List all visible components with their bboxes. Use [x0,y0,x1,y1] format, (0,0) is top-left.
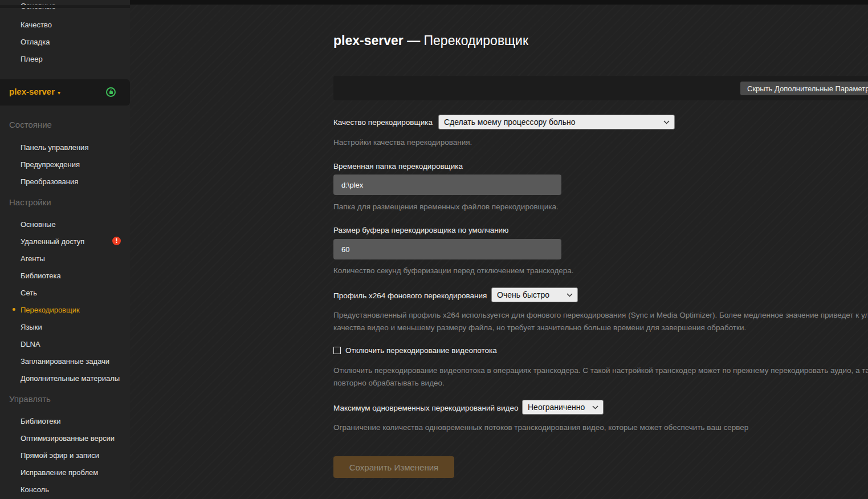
transcoder-quality-select[interactable]: Сделать моему процессору больно [438,115,675,129]
sidebar-item-general[interactable]: Основные [21,220,56,229]
disable-video-transcode-help: Отключить перекодирование видеопотока в … [333,364,868,390]
temp-folder-input[interactable] [333,175,561,195]
transcoder-quality-value: Сделать моему процессору больно [444,117,575,127]
x264-preset-help: Предустановленный профиль x264 используе… [333,309,868,334]
sidebar-item-conversions[interactable]: Преобразования [21,177,78,186]
sidebar-item-troubleshooting[interactable]: Исправление проблем [21,468,98,477]
settings-sidebar: Основные Качество Отладка Плеер plex-ser… [0,0,130,499]
sidebar-item-debug[interactable]: Отладка [21,38,50,46]
buffer-size-input[interactable] [333,239,561,259]
sidebar-item-dashboard[interactable]: Панель управления [21,143,88,152]
server-name-label: plex-server [9,87,55,96]
buffer-size-help: Количество секунд буферизации перед откл… [333,265,868,277]
page-title: plex-server — Перекодировщик [333,33,528,48]
sidebar-item-agents[interactable]: Агенты [21,254,45,263]
remote-access-alert-icon: ! [112,237,121,245]
buffer-size-label: Размер буфера перекодировщика по умолчан… [333,226,508,234]
temp-folder-label: Временная папка перекодировщика [333,162,463,171]
sidebar-item-languages[interactable]: Языки [21,323,42,331]
sidebar-item-library[interactable]: Библиотека [21,271,61,280]
transcoder-quality-help: Настройки качества перекодирования. [333,136,868,149]
sidebar-item-libraries[interactable]: Библиотеки [21,417,60,425]
transcoder-quality-label: Качество перекодировщика [333,118,433,127]
hide-advanced-button[interactable]: Скрыть Дополнительные Параметры [740,82,868,95]
disable-video-transcode-checkbox[interactable] [333,347,341,354]
sidebar-item-optimized-versions[interactable]: Оптимизированные версии [21,434,115,443]
chevron-down-icon [663,120,670,124]
sidebar-item-quality[interactable]: Качество [21,21,52,29]
form-header-bar: Скрыть Дополнительные Параметры [333,76,868,100]
server-selector[interactable]: plex-server▾ [9,87,60,96]
sidebar-section-status: Состояние [9,120,52,129]
chevron-down-icon [592,405,598,409]
sidebar-item-scheduled-tasks[interactable]: Запланированные задачи [21,357,109,366]
server-selector-row: plex-server▾ [0,79,130,106]
sidebar-item-live-tv-dvr[interactable]: Прямой эфир и записи [21,451,99,460]
sidebar-item-transcoder[interactable]: Перекодировщик [21,306,80,314]
max-transcodes-value: Неограниченно [528,403,585,412]
chevron-down-icon: ▾ [58,90,60,96]
sidebar-section-settings: Настройки [9,197,51,207]
top-nav-edge [130,0,868,5]
disable-video-transcode-label: Отключить перекодирование видеопотока [345,346,497,355]
x264-preset-select[interactable]: Очень быстро [491,287,578,302]
page-title-section: Перекодировщик [424,33,528,48]
sidebar-scroll-edge [0,5,130,8]
max-transcodes-help: Ограничение количества одновременных пот… [333,421,868,434]
save-changes-button[interactable]: Сохранить Изменения [333,456,454,478]
chevron-down-icon [567,293,573,297]
page-title-server: plex-server — [333,33,420,48]
sidebar-item-dlna[interactable]: DLNA [21,340,40,348]
temp-folder-help: Папка для размещения временных файлов пе… [333,201,868,213]
max-transcodes-label: Максимум одновременных перекодирований в… [333,404,518,412]
max-transcodes-select[interactable]: Неограниченно [522,400,604,415]
disable-video-transcode-row[interactable]: Отключить перекодирование видеопотока [333,346,497,355]
x264-preset-value: Очень быстро [497,290,549,299]
sidebar-item-extras[interactable]: Дополнительные материалы [21,374,120,383]
secure-connection-icon [106,87,116,97]
sidebar-item-console[interactable]: Консоль [21,485,49,494]
sidebar-item-remote-access[interactable]: Удаленный доступ [21,237,84,246]
active-item-bullet [13,308,15,311]
sidebar-item-alerts[interactable]: Предупреждения [21,160,80,169]
sidebar-item-network[interactable]: Сеть [21,289,37,297]
lock-body [109,91,113,94]
sidebar-item-player[interactable]: Плеер [21,55,43,63]
sidebar-section-manage: Управлять [9,394,51,404]
x264-preset-label: Профиль x264 фонового перекодирования [333,291,487,300]
